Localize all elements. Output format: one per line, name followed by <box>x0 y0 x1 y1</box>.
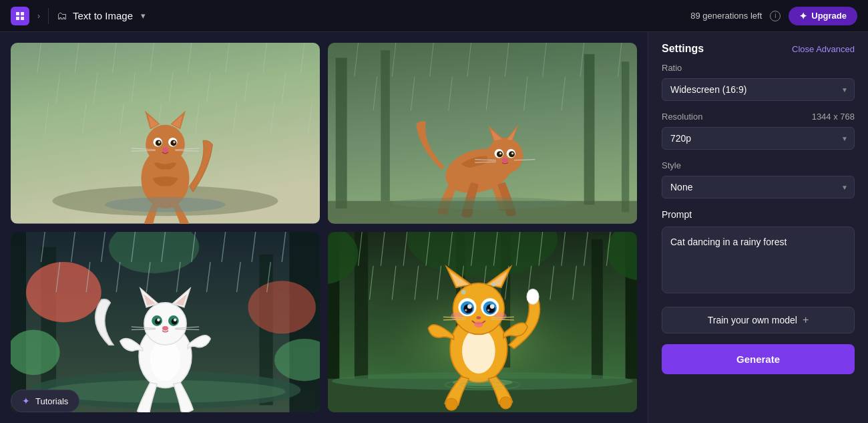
svg-point-184 <box>451 312 463 319</box>
svg-rect-49 <box>584 54 595 204</box>
svg-point-38 <box>162 148 168 152</box>
svg-point-194 <box>461 289 466 294</box>
brand-chevron[interactable]: › <box>37 11 40 21</box>
svg-point-66 <box>487 138 523 174</box>
close-advanced-button[interactable]: Close Advanced <box>792 44 855 54</box>
settings-header: Settings Close Advanced <box>648 32 868 63</box>
svg-point-193 <box>499 396 511 408</box>
resolution-display-value: 1344 x 768 <box>812 112 855 122</box>
upgrade-star-icon: ✦ <box>799 11 807 21</box>
svg-point-125 <box>162 325 168 330</box>
svg-point-123 <box>157 318 160 321</box>
svg-point-76 <box>511 152 513 154</box>
svg-point-168 <box>462 328 495 374</box>
svg-point-37 <box>173 141 175 143</box>
svg-point-185 <box>495 312 507 319</box>
ratio-select[interactable]: Widescreen (16:9) Square (1:1) Portrait … <box>662 78 855 101</box>
brand-logo[interactable] <box>11 7 29 25</box>
generate-button[interactable]: Generate <box>662 344 855 374</box>
svg-point-89 <box>248 281 315 333</box>
svg-rect-84 <box>11 232 26 413</box>
resolution-select-wrapper: 720p 1080p 4K ▼ <box>662 127 855 150</box>
settings-panel: Settings Close Advanced Ratio Widescreen… <box>648 32 868 423</box>
style-select[interactable]: None Photorealistic Anime Oil Painting W… <box>662 176 855 198</box>
tutorials-button[interactable]: ✦ Tutorials <box>11 390 79 412</box>
style-section: Style None Photorealistic Anime Oil Pain… <box>648 160 868 209</box>
svg-rect-48 <box>381 50 390 200</box>
svg-point-36 <box>158 141 160 143</box>
tutorials-label: Tutorials <box>35 396 68 406</box>
resolution-label: Resolution <box>662 112 702 122</box>
folder-icon: 🗂 <box>57 10 67 22</box>
chevron-down-icon: ▾ <box>141 11 146 21</box>
upgrade-button[interactable]: ✦ Upgrade <box>789 7 857 25</box>
svg-rect-47 <box>336 58 347 208</box>
ratio-select-wrapper: Widescreen (16:9) Square (1:1) Portrait … <box>662 78 855 101</box>
svg-point-195 <box>492 283 496 287</box>
svg-point-182 <box>465 309 467 311</box>
table-row[interactable] <box>328 232 637 413</box>
resolution-row: Resolution 1344 x 768 <box>662 112 855 122</box>
ratio-label: Ratio <box>662 63 855 73</box>
svg-point-166 <box>527 289 539 304</box>
svg-point-114 <box>144 302 186 344</box>
svg-point-124 <box>174 318 177 321</box>
resolution-section: Resolution 1344 x 768 720p 1080p 4K ▼ <box>648 112 868 160</box>
style-select-wrapper: None Photorealistic Anime Oil Painting W… <box>662 176 855 198</box>
table-row[interactable] <box>328 43 637 224</box>
svg-rect-50 <box>622 61 629 212</box>
svg-point-88 <box>26 262 101 322</box>
style-label: Style <box>662 160 855 170</box>
upgrade-label: Upgrade <box>811 11 847 21</box>
svg-point-77 <box>502 158 508 162</box>
main-content: Settings Close Advanced Ratio Widescreen… <box>0 32 868 423</box>
svg-point-82 <box>392 197 573 209</box>
table-row[interactable] <box>11 43 320 224</box>
settings-title: Settings <box>662 43 704 55</box>
generations-left-text: 89 generations left <box>690 11 762 21</box>
image-grid <box>0 32 648 423</box>
svg-point-75 <box>499 152 501 154</box>
svg-point-180 <box>467 304 472 309</box>
nav-title-area: 🗂 Text to Image ▾ <box>57 9 148 22</box>
info-icon[interactable]: i <box>770 11 781 21</box>
nav-dropdown-button[interactable]: ▾ <box>138 9 148 22</box>
svg-point-186 <box>476 316 481 319</box>
ratio-section: Ratio Widescreen (16:9) Square (1:1) Por… <box>648 63 868 112</box>
plus-icon: + <box>803 314 809 326</box>
prompt-label: Prompt <box>662 209 855 220</box>
train-model-button[interactable]: Train your own model + <box>662 307 855 333</box>
svg-point-181 <box>490 304 495 309</box>
svg-point-183 <box>487 309 489 311</box>
train-model-label: Train your own model <box>708 315 797 325</box>
nav-separator <box>48 8 49 24</box>
nav-project-title: Text to Image <box>73 10 133 21</box>
svg-point-192 <box>445 398 457 410</box>
table-row[interactable] <box>11 232 320 413</box>
svg-point-45 <box>105 197 225 213</box>
tutorials-star-icon: ✦ <box>22 396 30 406</box>
resolution-select[interactable]: 720p 1080p 4K <box>662 127 855 150</box>
prompt-section: Prompt Cat dancing in a rainy forest <box>648 209 868 307</box>
svg-point-27 <box>146 125 185 164</box>
svg-point-187 <box>474 321 483 327</box>
nav-right-area: 89 generations left i ✦ Upgrade <box>690 7 857 25</box>
prompt-textarea[interactable]: Cat dancing in a rainy forest <box>662 227 855 293</box>
top-navigation: › 🗂 Text to Image ▾ 89 generations left … <box>0 0 868 32</box>
